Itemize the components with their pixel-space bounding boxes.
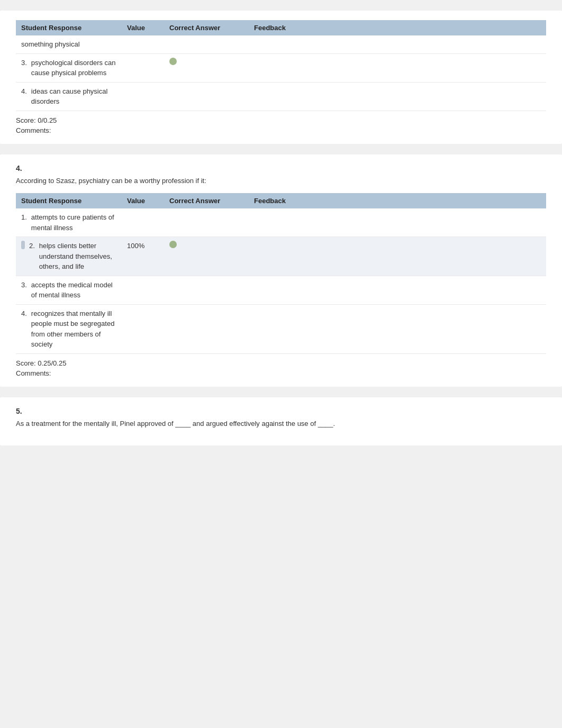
feedback-cell [249,53,546,82]
col-header-response-4: Student Response [16,193,122,208]
col-header-correct-4: Correct Answer [164,193,249,208]
response-text: ideas can cause physical disorders [31,86,116,107]
section-divider-2 [0,392,562,397]
value-cell: 100% [122,237,164,276]
response-cell: something physical [16,35,122,53]
value-cell [122,53,164,82]
feedback-cell [249,208,546,237]
col-header-feedback: Feedback [249,20,546,35]
correct-cell [164,82,249,111]
answer-table-4: Student Response Value Correct Answer Fe… [16,193,546,354]
correct-dot-icon [169,58,177,65]
response-cell: 2.helps clients better understand themse… [16,237,122,276]
col-header-correct: Correct Answer [164,20,249,35]
correct-cell [164,304,249,353]
question-block-partial: Student Response Value Correct Answer Fe… [0,11,562,144]
row-number: 1. [21,212,27,223]
question-text-5: As a treatment for the mentally ill, Pin… [16,418,546,429]
question-block-5: 5. As a treatment for the mentally ill, … [0,397,562,446]
table-row: something physical [16,35,546,53]
table-row: 3.psychological disorders can cause phys… [16,53,546,82]
value-cell [122,82,164,111]
table-row: 4.recognizes that mentally ill people mu… [16,304,546,353]
response-text: something physical [21,39,80,50]
correct-cell [164,35,249,53]
response-text: attempts to cure patients of mental illn… [31,212,116,233]
row-number: 4. [21,308,27,319]
response-cell: 1.attempts to cure patients of mental il… [16,208,122,236]
question-number-5: 5. [16,407,546,415]
response-cell: 4.recognizes that mentally ill people mu… [16,305,122,353]
table-header-row: Student Response Value Correct Answer Fe… [16,20,546,35]
question-text-4: According to Szasz, psychiatry can be a … [16,176,546,186]
table-row: 4.ideas can cause physical disorders [16,82,546,111]
score-partial: Score: 0/0.25 [16,116,546,124]
col-header-response: Student Response [16,20,122,35]
feedback-cell [249,82,546,111]
correct-cell [164,237,249,276]
table-header-row-4: Student Response Value Correct Answer Fe… [16,193,546,208]
value-cell [122,208,164,237]
col-header-feedback-4: Feedback [249,193,546,208]
comments-partial: Comments: [16,126,546,134]
value-cell [122,276,164,304]
correct-cell [164,53,249,82]
response-cell: 3.accepts the medical model of mental il… [16,276,122,304]
section-divider [0,149,562,154]
row-number: 3. [21,280,27,290]
selected-indicator [21,241,25,249]
comments-4: Comments: [16,369,546,377]
feedback-cell [249,35,546,53]
correct-cell [164,276,249,304]
page-container: Student Response Value Correct Answer Fe… [0,11,562,445]
correct-cell [164,208,249,237]
feedback-cell [249,276,546,304]
row-number: 4. [21,86,27,97]
feedback-cell [249,304,546,353]
question-block-4: 4. According to Szasz, psychiatry can be… [0,154,562,387]
col-header-value: Value [122,20,164,35]
response-text: accepts the medical model of mental illn… [31,280,116,301]
table-row: 1.attempts to cure patients of mental il… [16,208,546,237]
answer-table-partial: Student Response Value Correct Answer Fe… [16,20,546,111]
table-row: 3.accepts the medical model of mental il… [16,276,546,304]
value-cell [122,304,164,353]
response-text: helps clients better understand themselv… [39,241,116,272]
row-number: 3. [21,58,27,68]
value-cell [122,35,164,53]
table-row: 2.helps clients better understand themse… [16,237,546,276]
col-header-value-4: Value [122,193,164,208]
feedback-cell [249,237,546,276]
row-number: 2. [29,241,35,251]
response-text: psychological disorders can cause physic… [31,58,116,78]
correct-dot-icon [169,241,177,248]
question-number-4: 4. [16,164,546,172]
response-text: recognizes that mentally ill people must… [31,308,116,350]
response-cell: 3.psychological disorders can cause phys… [16,54,122,82]
score-4: Score: 0.25/0.25 [16,359,546,367]
response-cell: 4.ideas can cause physical disorders [16,83,122,111]
